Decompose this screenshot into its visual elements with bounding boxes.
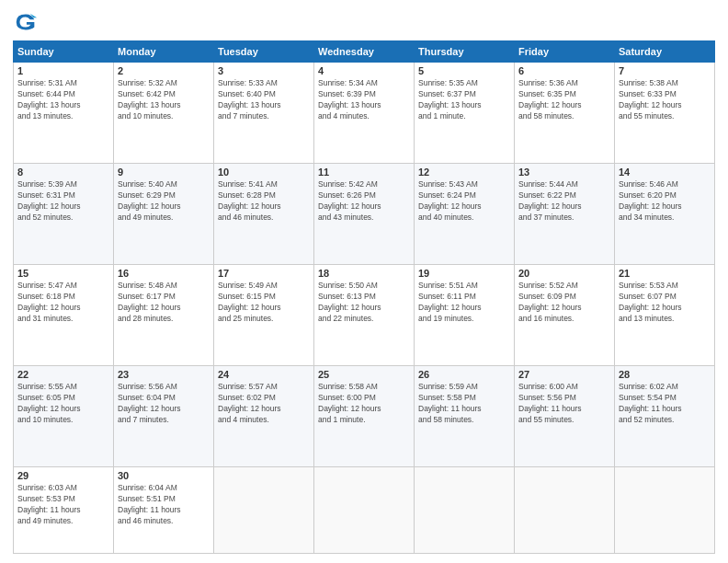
day-number: 2 [118,65,210,76]
day-info: Sunrise: 6:00 AM Sunset: 5:56 PM Dayligh… [518,382,610,426]
day-header-friday: Friday [515,41,615,63]
day-number: 4 [318,65,410,76]
calendar-cell: 29Sunrise: 6:03 AM Sunset: 5:53 PM Dayli… [14,467,114,554]
day-number: 17 [218,268,310,279]
calendar-cell: 22Sunrise: 5:55 AM Sunset: 6:05 PM Dayli… [14,366,114,467]
calendar-cell [415,467,515,554]
day-number: 25 [318,369,410,380]
day-number: 21 [619,268,711,279]
day-info: Sunrise: 6:04 AM Sunset: 5:51 PM Dayligh… [118,483,210,527]
day-info: Sunrise: 5:56 AM Sunset: 6:04 PM Dayligh… [118,382,210,426]
day-info: Sunrise: 5:59 AM Sunset: 5:58 PM Dayligh… [418,382,510,426]
calendar-cell: 8Sunrise: 5:39 AM Sunset: 6:31 PM Daylig… [14,164,114,265]
day-info: Sunrise: 5:44 AM Sunset: 6:22 PM Dayligh… [518,179,610,224]
calendar-cell: 21Sunrise: 5:53 AM Sunset: 6:07 PM Dayli… [615,265,715,366]
day-number: 30 [118,470,210,481]
day-header-saturday: Saturday [615,41,715,63]
day-number: 19 [418,268,510,279]
calendar-cell: 25Sunrise: 5:58 AM Sunset: 6:00 PM Dayli… [314,366,415,467]
day-number: 29 [17,470,109,481]
day-header-thursday: Thursday [415,41,515,63]
day-number: 27 [518,369,610,380]
day-number: 24 [218,369,310,380]
day-number: 5 [418,65,510,76]
day-info: Sunrise: 6:03 AM Sunset: 5:53 PM Dayligh… [17,483,109,527]
calendar-cell: 24Sunrise: 5:57 AM Sunset: 6:02 PM Dayli… [214,366,314,467]
calendar-cell [214,467,314,554]
day-info: Sunrise: 5:39 AM Sunset: 6:31 PM Dayligh… [17,179,109,224]
calendar-cell: 3Sunrise: 5:33 AM Sunset: 6:40 PM Daylig… [214,63,314,164]
day-number: 23 [118,369,210,380]
calendar-cell [314,467,415,554]
calendar-cell [615,467,715,554]
calendar-cell: 19Sunrise: 5:51 AM Sunset: 6:11 PM Dayli… [415,265,515,366]
day-number: 18 [318,268,410,279]
day-info: Sunrise: 5:49 AM Sunset: 6:15 PM Dayligh… [218,281,310,325]
day-info: Sunrise: 5:55 AM Sunset: 6:05 PM Dayligh… [17,382,109,426]
day-number: 7 [619,65,711,76]
day-number: 12 [418,167,510,178]
calendar-cell: 30Sunrise: 6:04 AM Sunset: 5:51 PM Dayli… [114,467,214,554]
day-info: Sunrise: 5:48 AM Sunset: 6:17 PM Dayligh… [118,281,210,325]
day-info: Sunrise: 5:41 AM Sunset: 6:28 PM Dayligh… [218,179,310,224]
day-info: Sunrise: 5:40 AM Sunset: 6:29 PM Dayligh… [118,179,210,224]
calendar-cell: 17Sunrise: 5:49 AM Sunset: 6:15 PM Dayli… [214,265,314,366]
calendar-cell: 27Sunrise: 6:00 AM Sunset: 5:56 PM Dayli… [515,366,615,467]
day-info: Sunrise: 5:50 AM Sunset: 6:13 PM Dayligh… [318,281,410,325]
day-number: 1 [17,65,109,76]
calendar-cell: 6Sunrise: 5:36 AM Sunset: 6:35 PM Daylig… [515,63,615,164]
logo [13,9,42,35]
day-info: Sunrise: 5:35 AM Sunset: 6:37 PM Dayligh… [418,78,510,122]
calendar-cell: 20Sunrise: 5:52 AM Sunset: 6:09 PM Dayli… [515,265,615,366]
day-info: Sunrise: 5:47 AM Sunset: 6:18 PM Dayligh… [17,281,109,325]
logo-icon [13,9,39,35]
calendar-cell: 10Sunrise: 5:41 AM Sunset: 6:28 PM Dayli… [214,164,314,265]
day-number: 8 [17,167,109,178]
day-number: 22 [17,369,109,380]
day-info: Sunrise: 5:42 AM Sunset: 6:26 PM Dayligh… [318,179,410,224]
day-info: Sunrise: 5:43 AM Sunset: 6:24 PM Dayligh… [418,179,510,224]
day-number: 16 [118,268,210,279]
calendar-cell [515,467,615,554]
day-info: Sunrise: 5:58 AM Sunset: 6:00 PM Dayligh… [318,382,410,426]
day-number: 9 [118,167,210,178]
day-info: Sunrise: 5:53 AM Sunset: 6:07 PM Dayligh… [619,281,711,325]
day-number: 3 [218,65,310,76]
calendar-cell: 7Sunrise: 5:38 AM Sunset: 6:33 PM Daylig… [615,63,715,164]
calendar-cell: 14Sunrise: 5:46 AM Sunset: 6:20 PM Dayli… [615,164,715,265]
calendar: SundayMondayTuesdayWednesdayThursdayFrid… [13,40,715,554]
day-info: Sunrise: 5:51 AM Sunset: 6:11 PM Dayligh… [418,281,510,325]
day-info: Sunrise: 5:38 AM Sunset: 6:33 PM Dayligh… [619,78,711,122]
day-number: 13 [518,167,610,178]
calendar-cell: 23Sunrise: 5:56 AM Sunset: 6:04 PM Dayli… [114,366,214,467]
day-header-monday: Monday [114,41,214,63]
calendar-cell: 11Sunrise: 5:42 AM Sunset: 6:26 PM Dayli… [314,164,415,265]
calendar-cell: 13Sunrise: 5:44 AM Sunset: 6:22 PM Dayli… [515,164,615,265]
day-info: Sunrise: 5:46 AM Sunset: 6:20 PM Dayligh… [619,179,711,224]
calendar-cell: 1Sunrise: 5:31 AM Sunset: 6:44 PM Daylig… [14,63,114,164]
day-info: Sunrise: 5:32 AM Sunset: 6:42 PM Dayligh… [118,78,210,122]
calendar-cell: 5Sunrise: 5:35 AM Sunset: 6:37 PM Daylig… [415,63,515,164]
calendar-cell: 18Sunrise: 5:50 AM Sunset: 6:13 PM Dayli… [314,265,415,366]
day-info: Sunrise: 5:57 AM Sunset: 6:02 PM Dayligh… [218,382,310,426]
calendar-cell: 9Sunrise: 5:40 AM Sunset: 6:29 PM Daylig… [114,164,214,265]
calendar-cell: 16Sunrise: 5:48 AM Sunset: 6:17 PM Dayli… [114,265,214,366]
calendar-cell: 2Sunrise: 5:32 AM Sunset: 6:42 PM Daylig… [114,63,214,164]
day-header-sunday: Sunday [14,41,114,63]
day-info: Sunrise: 5:31 AM Sunset: 6:44 PM Dayligh… [17,78,109,122]
day-info: Sunrise: 5:34 AM Sunset: 6:39 PM Dayligh… [318,78,410,122]
calendar-cell: 26Sunrise: 5:59 AM Sunset: 5:58 PM Dayli… [415,366,515,467]
day-number: 11 [318,167,410,178]
day-number: 15 [17,268,109,279]
calendar-cell: 4Sunrise: 5:34 AM Sunset: 6:39 PM Daylig… [314,63,415,164]
day-number: 26 [418,369,510,380]
day-info: Sunrise: 6:02 AM Sunset: 5:54 PM Dayligh… [619,382,711,426]
day-number: 10 [218,167,310,178]
calendar-cell: 15Sunrise: 5:47 AM Sunset: 6:18 PM Dayli… [14,265,114,366]
day-number: 20 [518,268,610,279]
day-number: 28 [619,369,711,380]
day-number: 14 [619,167,711,178]
day-info: Sunrise: 5:33 AM Sunset: 6:40 PM Dayligh… [218,78,310,122]
day-info: Sunrise: 5:52 AM Sunset: 6:09 PM Dayligh… [518,281,610,325]
calendar-cell: 28Sunrise: 6:02 AM Sunset: 5:54 PM Dayli… [615,366,715,467]
